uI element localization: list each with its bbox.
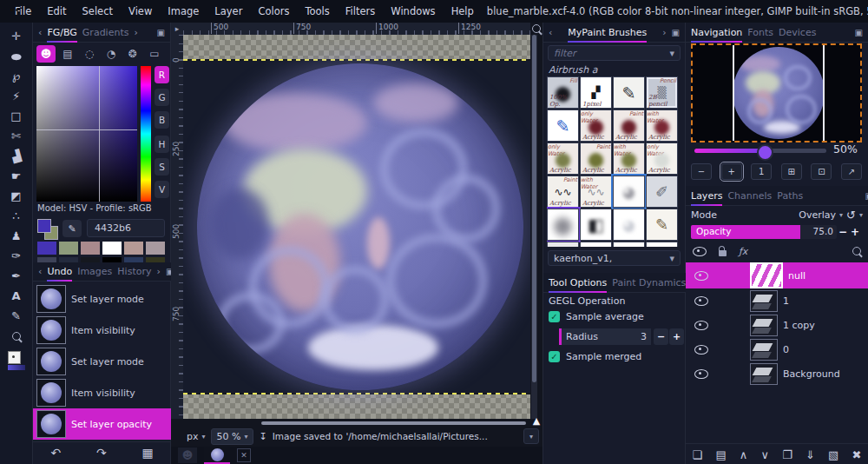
lock-icon[interactable] bbox=[719, 250, 727, 256]
menu-layer[interactable]: Layer bbox=[207, 5, 250, 17]
ruler-corner-button[interactable]: ▸ bbox=[171, 23, 183, 35]
crop-tool-icon[interactable]: ✄ bbox=[5, 126, 28, 146]
brush-item[interactable]: with Water⬤Acrylic bbox=[646, 109, 678, 142]
text-tool-icon[interactable]: A bbox=[5, 286, 28, 306]
visibility-toggle-icon[interactable] bbox=[693, 247, 707, 256]
brush-item[interactable]: Paint⬤Acrylic bbox=[580, 143, 612, 175]
tab-images[interactable]: Images bbox=[77, 266, 112, 277]
ellipse-select-tool-icon[interactable]: ● bbox=[5, 46, 28, 66]
gimp-color-selector-icon[interactable]: ☻ bbox=[36, 45, 56, 63]
brush-item[interactable]: Fill⬤100% Op. bbox=[547, 76, 579, 109]
dock-menu-icon[interactable]: ▣ bbox=[855, 28, 863, 37]
brush-item[interactable]: with Water∿∿Acrylic bbox=[580, 176, 612, 208]
tab-channels[interactable]: Channels bbox=[727, 190, 772, 202]
image-tab-blue-marble[interactable] bbox=[204, 447, 230, 464]
tab-scroll-right-icon[interactable]: › bbox=[134, 27, 137, 38]
radius-increment-button[interactable]: + bbox=[669, 328, 684, 345]
paintbrush-tool-icon[interactable]: ✑ bbox=[5, 246, 28, 266]
tab-mypaint-brushes[interactable]: MyPaint Brushes bbox=[568, 27, 647, 38]
brush-item[interactable]: ✎ bbox=[646, 209, 678, 241]
fill-window-button[interactable]: ⊡ bbox=[811, 163, 832, 180]
tab-gradients[interactable]: Gradients bbox=[82, 27, 129, 38]
opacity-slider[interactable]: Opacity 75.0 bbox=[691, 225, 837, 239]
brush-item[interactable]: ≋ bbox=[646, 242, 678, 247]
tab-scroll-right-icon[interactable]: › bbox=[156, 266, 160, 277]
dock-menu-icon[interactable]: ▣ bbox=[672, 28, 680, 37]
fit-image-in-window-button[interactable]: ⊞ bbox=[781, 163, 802, 180]
pick-color-button[interactable]: ✎ bbox=[62, 220, 82, 237]
tab-scroll-left-icon[interactable]: ‹ bbox=[38, 266, 42, 277]
bucket-fill-tool-icon[interactable]: ▟ bbox=[5, 146, 28, 166]
canvas-zoom-icon[interactable] bbox=[530, 23, 542, 35]
palette-swatch[interactable] bbox=[59, 242, 78, 255]
brush-item[interactable]: ≋ bbox=[613, 242, 645, 247]
brush-item[interactable]: with Water⬤Acrylic bbox=[613, 143, 645, 175]
move-tool-icon[interactable]: ✛ bbox=[5, 26, 28, 46]
tab-devices[interactable]: Devices bbox=[779, 27, 816, 38]
undo-list-item-selected[interactable]: Set layer opacity bbox=[33, 408, 171, 440]
eye-icon[interactable] bbox=[694, 369, 708, 379]
zoom-slider[interactable] bbox=[694, 149, 826, 153]
tab-undo[interactable]: Undo bbox=[47, 266, 72, 277]
palette-swatch[interactable] bbox=[124, 242, 143, 255]
brush-item[interactable]: ✐ bbox=[646, 176, 678, 208]
hue-strip[interactable] bbox=[141, 66, 151, 202]
eye-icon[interactable] bbox=[694, 345, 708, 355]
vertical-ruler[interactable]: 0 250 500 750 bbox=[171, 35, 184, 419]
eye-icon[interactable] bbox=[694, 321, 708, 330]
free-select-tool-icon[interactable]: ℘ bbox=[5, 66, 28, 86]
brush-filter-input[interactable]: filter ▾ bbox=[548, 45, 681, 61]
image-viewport[interactable] bbox=[183, 35, 530, 419]
airbrush-tool-icon[interactable]: ∴ bbox=[5, 206, 28, 226]
channel-r-button[interactable]: R bbox=[155, 66, 169, 83]
tab-fonts[interactable]: Fonts bbox=[747, 27, 773, 38]
layer-row[interactable]: 1 bbox=[686, 288, 868, 313]
raise-layer-button[interactable]: ∧ bbox=[740, 448, 748, 461]
undo-list-item[interactable]: Item visibility bbox=[33, 377, 171, 408]
add-mask-button[interactable]: ▧ bbox=[828, 448, 838, 461]
brush-item[interactable]: ✎ bbox=[547, 109, 579, 142]
sample-average-checkbox[interactable]: ✓ bbox=[549, 311, 560, 322]
duplicate-layer-button[interactable]: ❐ bbox=[782, 448, 792, 461]
undo-button[interactable]: ↶ bbox=[50, 446, 61, 460]
merge-down-button[interactable]: ⇓ bbox=[806, 448, 815, 461]
clear-history-button[interactable]: ▦ bbox=[141, 446, 153, 460]
brush-item[interactable]: Paint∿∿Acrylic bbox=[547, 176, 579, 208]
reset-mode-icon[interactable]: ↺ bbox=[846, 209, 856, 222]
palette-swatch[interactable] bbox=[37, 242, 56, 255]
layer-row[interactable]: Background bbox=[686, 361, 868, 386]
palette-swatch[interactable] bbox=[102, 242, 122, 255]
zoom-slider-thumb[interactable] bbox=[757, 144, 773, 161]
tab-fg-bg[interactable]: FG/BG bbox=[47, 27, 76, 38]
brush-group-select[interactable]: kaerhon_v1, ▾ bbox=[548, 250, 681, 266]
tab-paths[interactable]: Paths bbox=[777, 190, 803, 202]
toolbox-fg-bg-indicator[interactable] bbox=[8, 351, 25, 370]
palette-swatch[interactable] bbox=[81, 242, 100, 255]
fg-bg-color-swatches[interactable] bbox=[37, 219, 58, 240]
tab-layers[interactable]: Layers bbox=[691, 190, 722, 202]
brush-item-selected[interactable]: Pencil▒2B pencil bbox=[646, 76, 678, 109]
channel-b-button[interactable]: B bbox=[155, 111, 169, 129]
brush-item[interactable]: ◕ bbox=[613, 209, 645, 241]
menu-tools[interactable]: Tools bbox=[297, 5, 337, 17]
menu-select[interactable]: Select bbox=[75, 5, 121, 17]
brush-item[interactable]: only Water⬤Acrylic bbox=[580, 109, 612, 142]
opacity-increment-button[interactable]: + bbox=[849, 225, 861, 239]
menu-colors[interactable]: Colors bbox=[250, 5, 297, 17]
navigation-preview[interactable] bbox=[691, 43, 862, 143]
menu-edit[interactable]: Edit bbox=[39, 5, 74, 17]
dock-menu-icon[interactable]: ▣ bbox=[865, 191, 868, 201]
radius-slider[interactable]: Radius 3 bbox=[559, 328, 651, 345]
gradient-tool-icon[interactable]: ◩ bbox=[5, 186, 28, 206]
zoom-in-button[interactable]: + bbox=[721, 163, 742, 180]
menu-windows[interactable]: Windows bbox=[383, 5, 443, 17]
hex-color-input[interactable]: 4432b6 bbox=[87, 219, 165, 237]
menu-image[interactable]: Image bbox=[160, 5, 207, 17]
tab-scroll-left-icon[interactable]: ‹ bbox=[38, 27, 42, 38]
tab-scroll-right-icon[interactable]: › bbox=[662, 27, 666, 38]
channel-v-button[interactable]: V bbox=[155, 181, 169, 198]
brush-item[interactable]: ✎ bbox=[613, 76, 645, 109]
brush-item[interactable]: ◧ bbox=[580, 209, 612, 241]
new-layer-button[interactable]: ❏ bbox=[693, 448, 703, 461]
zoom-1-1-button[interactable]: 1 bbox=[751, 163, 772, 180]
